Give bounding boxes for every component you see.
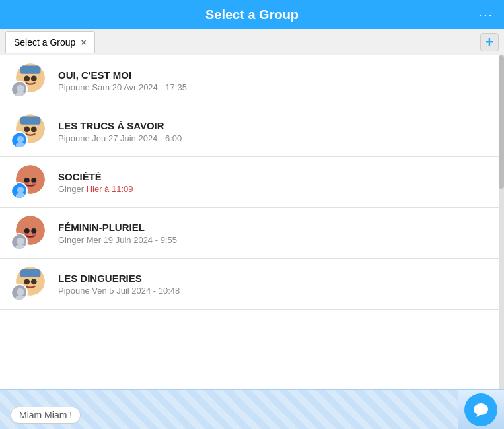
group-info: OUI, C'EST MOIPipoune Sam 20 Avr 2024 - …	[58, 69, 493, 92]
svg-point-26	[32, 233, 36, 236]
svg-point-33	[31, 279, 37, 284]
svg-point-16	[31, 178, 36, 183]
list-item[interactable]: LES TRUCS À SAVOIRPipoune Jeu 27 Juin 20…	[0, 106, 504, 157]
app-header: Select a Group ···	[0, 0, 504, 29]
chat-button[interactable]	[464, 393, 497, 426]
group-name: LES DINGUERIES	[58, 273, 493, 284]
group-sender: Pipoune	[58, 286, 92, 296]
scroll-thumb[interactable]	[499, 55, 504, 189]
avatar	[11, 63, 49, 98]
group-name: FÉMININ-PLURIEL	[58, 222, 493, 233]
group-subtitle: Ginger Hier à 11:09	[58, 184, 493, 194]
svg-point-15	[24, 178, 30, 183]
add-tab-button[interactable]: +	[480, 33, 499, 51]
avatar	[11, 114, 49, 148]
svg-point-13	[16, 142, 26, 148]
svg-point-10	[31, 126, 37, 132]
page-title: Select a Group	[205, 7, 299, 22]
tab-label: Select a Group	[14, 37, 75, 48]
svg-rect-8	[20, 117, 41, 125]
list-item[interactable]: LES DINGUERIESPipoune Ven 5 Juil 2024 - …	[0, 259, 504, 310]
svg-point-21	[16, 193, 26, 199]
group-subtitle: Ginger Mer 19 Juin 2024 - 9:55	[58, 235, 493, 245]
avatar	[11, 165, 49, 199]
group-date: Ven 5 Juil 2024 - 10:48	[92, 286, 180, 296]
svg-point-2	[24, 75, 30, 81]
group-info: SOCIÉTÉGinger Hier à 11:09	[58, 171, 493, 194]
group-list: OUI, C'EST MOIPipoune Sam 20 Avr 2024 - …	[0, 55, 504, 389]
group-date: Hier à 11:09	[87, 184, 133, 194]
group-sender: Pipoune	[58, 133, 92, 143]
svg-point-23	[24, 228, 30, 234]
group-sender: Ginger	[58, 235, 87, 245]
avatar	[11, 267, 49, 301]
avatar	[11, 216, 49, 250]
tab-bar: Select a Group × +	[0, 29, 504, 55]
svg-point-28	[17, 238, 24, 245]
group-info: FÉMININ-PLURIELGinger Mer 19 Juin 2024 -…	[58, 222, 493, 245]
list-item[interactable]: SOCIÉTÉGinger Hier à 11:09	[0, 157, 504, 208]
group-sender: Pipoune	[58, 82, 92, 92]
group-info: LES DINGUERIESPipoune Ven 5 Juil 2024 - …	[58, 273, 493, 296]
svg-rect-31	[20, 269, 41, 277]
scrollbar[interactable]	[499, 55, 504, 389]
chat-icon	[472, 401, 489, 418]
group-name: LES TRUCS À SAVOIR	[58, 120, 493, 131]
list-item[interactable]: FÉMININ-PLURIELGinger Mer 19 Juin 2024 -…	[0, 208, 504, 259]
svg-rect-1	[20, 66, 41, 74]
svg-point-12	[17, 136, 24, 143]
svg-point-32	[24, 279, 30, 284]
tab-close-button[interactable]: ×	[81, 37, 86, 48]
bottom-preview-text: Miam Miam !	[11, 407, 81, 424]
svg-point-35	[17, 288, 24, 296]
svg-point-9	[24, 126, 30, 132]
group-date: Jeu 27 Juin 2024 - 6:00	[92, 133, 182, 143]
more-options-button[interactable]: ···	[478, 7, 493, 22]
svg-point-3	[31, 75, 37, 81]
bottom-bar: Miam Miam !	[0, 389, 504, 429]
tab-select-group[interactable]: Select a Group ×	[5, 31, 95, 53]
group-date: Mer 19 Juin 2024 - 9:55	[87, 235, 177, 245]
group-date: Sam 20 Avr 2024 - 17:35	[92, 82, 187, 92]
list-item[interactable]: OUI, C'EST MOIPipoune Sam 20 Avr 2024 - …	[0, 55, 504, 106]
bottom-preview: Miam Miam !	[0, 390, 458, 429]
group-name: OUI, C'EST MOI	[58, 69, 493, 81]
group-subtitle: Pipoune Ven 5 Juil 2024 - 10:48	[58, 286, 493, 296]
group-subtitle: Pipoune Sam 20 Avr 2024 - 17:35	[58, 82, 493, 92]
svg-point-20	[17, 187, 24, 193]
svg-point-18	[32, 182, 36, 185]
group-subtitle: Pipoune Jeu 27 Juin 2024 - 6:00	[58, 133, 493, 143]
group-info: LES TRUCS À SAVOIRPipoune Jeu 27 Juin 20…	[58, 120, 493, 143]
svg-point-24	[31, 228, 36, 234]
svg-point-5	[17, 85, 24, 92]
svg-point-37	[474, 403, 488, 415]
group-name: SOCIÉTÉ	[58, 171, 493, 182]
group-sender: Ginger	[58, 184, 87, 194]
